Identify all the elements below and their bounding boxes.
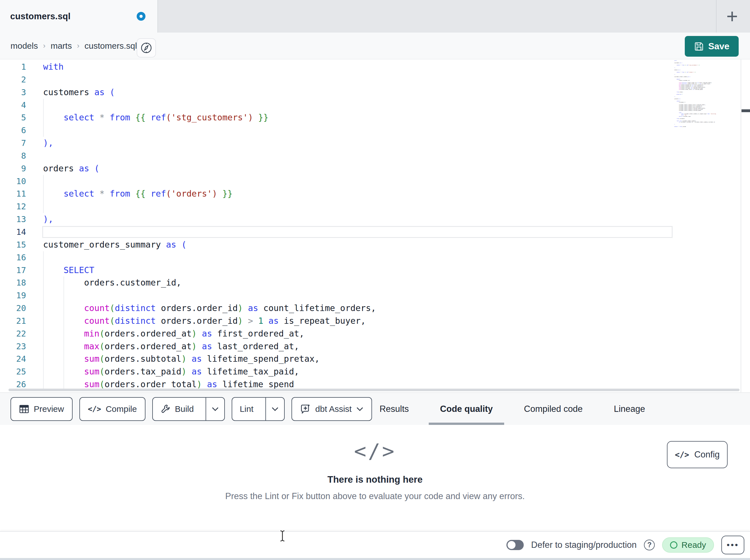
indent-guide [43,251,44,264]
code-line[interactable]: 19 [0,289,741,302]
code-line-text: select * from {{ ref('stg_customers') }} [43,111,269,124]
code-line[interactable]: 3customers as ( [0,86,741,99]
ellipsis-icon: ••• [727,540,739,550]
defer-toggle[interactable] [507,540,524,550]
build-dropdown-button[interactable] [205,398,224,420]
code-line[interactable]: 6 [0,124,741,137]
code-line[interactable]: 21 count(distinct orders.order_id) > 1 a… [0,315,741,328]
panel-tab-label: Code quality [440,404,493,414]
save-icon [694,42,704,51]
save-button[interactable]: Save [685,36,739,57]
code-line[interactable]: 13), [0,213,741,226]
preview-button-label: Preview [34,404,64,414]
active-tab-underline [429,422,504,425]
line-number: 4 [0,99,26,111]
code-icon: </> [88,405,101,413]
horizontal-scrollbar[interactable] [8,389,739,391]
active-line-highlight [42,226,673,238]
line-number: 8 [0,149,26,162]
line-number: 14 [0,226,26,238]
status-badge: Ready [662,537,714,553]
table-icon [19,404,29,414]
code-line[interactable]: 11 select * from {{ ref('orders') }} [0,188,741,200]
code-line[interactable]: 12 [0,200,741,213]
chevron-down-icon [356,407,363,411]
code-line[interactable]: 22 min(orders.ordered_at) as first_order… [0,328,741,340]
help-icon[interactable]: ? [644,540,655,551]
code-line[interactable]: 23 max(orders.ordered_at) as last_ordere… [0,340,741,353]
vertical-scrollbar-thumb[interactable] [742,109,750,112]
code-line[interactable]: 16 [0,251,741,264]
indent-guide [63,289,64,302]
code-line[interactable]: 9orders as ( [0,162,741,175]
empty-state-title: There is nothing here [0,474,750,485]
line-number: 9 [0,162,26,175]
compile-button[interactable]: </> Compile [79,397,145,421]
panel-tab-results[interactable]: Results [368,393,420,425]
breadcrumb-marts[interactable]: marts [51,41,72,51]
code-line-text: sum(orders.subtotal) as lifetime_spend_p… [43,353,320,366]
indent-guide [43,175,44,188]
breadcrumb-models[interactable]: models [11,41,38,51]
config-button[interactable]: </> Config [667,441,728,468]
code-line[interactable]: 10 [0,175,741,188]
wrench-icon [160,404,171,414]
window-bottom-edge [0,558,750,560]
config-button-label: Config [694,450,720,460]
code-line[interactable]: 1with [0,61,741,74]
line-number: 15 [0,238,26,251]
lint-dropdown-button[interactable] [265,398,284,420]
breadcrumb-file[interactable]: customers.sql [84,41,137,51]
code-line[interactable]: 8 [0,149,741,162]
file-tab-customers-sql[interactable]: customers.sql [0,0,158,33]
unsaved-changes-dot-icon [137,12,145,21]
code-line[interactable]: 24 sum(orders.subtotal) as lifetime_spen… [0,353,741,366]
code-editor[interactable]: 1with23customers as (45 select * from {{… [0,60,750,392]
line-number: 11 [0,188,26,200]
panel-tab-code-quality[interactable]: Code quality [429,393,504,425]
build-split-button: Build [152,397,225,421]
new-tab-button[interactable] [724,8,741,25]
overflow-menu-button[interactable]: ••• [722,536,744,554]
panel-tab-lineage[interactable]: Lineage [603,393,656,425]
status-bar: Defer to staging/production ? Ready ••• [0,531,750,558]
assist-sparkle-icon [300,403,311,414]
code-line[interactable]: 17 SELECT [0,264,741,277]
code-line[interactable]: 20 count(distinct orders.order_id) as co… [0,302,741,315]
code-line-text: with [43,61,63,74]
code-icon: </> [675,450,689,459]
line-number: 12 [0,200,26,213]
code-line[interactable]: 25 sum(orders.tax_paid) as lifetime_tax_… [0,366,741,378]
explore-lineage-button[interactable] [137,38,156,58]
code-lines: 1with23customers as (45 select * from {{… [0,61,741,391]
defer-label: Defer to staging/production [531,540,636,550]
line-number: 21 [0,315,26,328]
code-line-text: customers as ( [43,86,115,99]
build-button[interactable]: Build [153,398,201,420]
code-line-text: customer_orders_summary as ( [43,238,186,251]
minimap-line: select * from joined [674,126,716,127]
code-line[interactable]: 18 orders.customer_id, [0,276,741,289]
panel-tab-compiled-code[interactable]: Compiled code [513,393,594,425]
code-line[interactable]: 2 [0,74,741,86]
preview-button[interactable]: Preview [11,397,73,421]
breadcrumb: models › marts › customers.sql [11,33,137,59]
dbt-assist-button[interactable]: dbt Assist [292,397,372,421]
code-slash-icon: </> [0,439,750,463]
code-line[interactable]: 5 select * from {{ ref('stg_customers') … [0,111,741,124]
save-button-label: Save [708,41,730,51]
code-line[interactable]: 15customer_orders_summary as ( [0,238,741,251]
panel-tab-label: Results [379,404,409,414]
code-line[interactable]: 14 [0,226,741,238]
panel-tabs: ResultsCode qualityCompiled codeLineage [368,393,656,425]
code-line-text: max(orders.ordered_at) as last_ordered_a… [43,340,299,353]
lint-button[interactable]: Lint [232,398,261,420]
code-line-text: SELECT [43,264,94,277]
line-number: 5 [0,111,26,124]
code-line[interactable]: 7), [0,137,741,149]
minimap[interactable]: withcustomers as ( select * from {{ ref(… [674,60,716,127]
code-line[interactable]: 4 [0,99,741,111]
vertical-scrollbar[interactable] [741,60,750,392]
code-line-text: orders as ( [43,162,100,175]
file-header-row: models › marts › customers.sql [0,33,750,60]
